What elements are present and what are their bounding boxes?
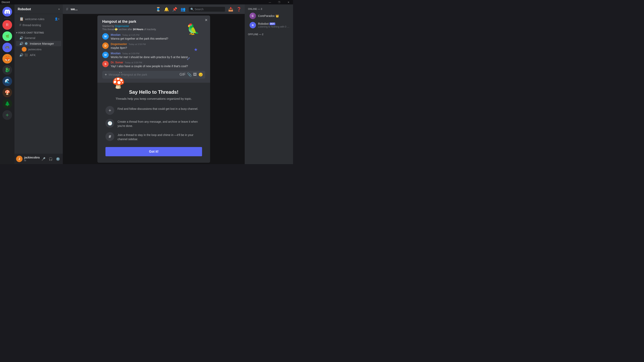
feature-row-3: # Join a thread to stay in the loop and … [106,132,202,141]
modal-overlay: ✦ ★ ⤢ 🦜 🍄 • • ✕ Hangout at the park Star… [63,14,245,164]
maximize-button[interactable]: ❐ [274,0,284,4]
category-voice-chat-testing[interactable]: ▾ VOICE CHAT TESTING [14,28,63,35]
add-member-icon[interactable]: 👤+ [54,17,60,20]
channel-welcome-rules-label: welcome-rules [25,17,44,21]
offline-header: OFFLINE — 2 [245,30,293,37]
user-info: jackiecobra hi [24,156,39,162]
member-robobot-avatar: R [250,22,256,28]
msg2-avatar: D [102,42,109,49]
voice-member-name: jackiecobra [28,48,42,51]
server-r[interactable]: R [2,20,12,30]
channel-instance-manager[interactable]: 🔊 ⚙️ Instance Manager [16,41,61,46]
member-robobot-name: Robobot [258,22,269,25]
channel-afk[interactable]: 🔊 ⬛ AFK [16,52,61,58]
channel-instance-manager-label: Instance Manager [30,42,54,45]
emoji-gif-icon[interactable]: GIF [180,72,186,77]
user-controls: 🎤 🎧 ⚙️ [40,156,61,162]
attach-file-icon[interactable]: 📎 [187,72,192,77]
voice-icon-afk: 🔊 [19,53,23,57]
server-menu-chevron[interactable]: ▾ [58,8,60,11]
msg4-avatar: S [102,61,109,67]
thread-input-icons: GIF 📎 🖼 😊 [180,72,203,77]
member-coreparadox[interactable]: C CoreParadox 👑 [246,11,292,20]
user-status-label: hi [24,159,39,162]
online-header: ONLINE — 3 [245,4,293,11]
search-bar[interactable]: 🔍 Search [189,7,225,12]
server-4-avatar[interactable]: 🦊 [2,54,12,63]
thread-input-plus-icon[interactable]: + [105,72,107,77]
top-bar-channel-name: we... [71,7,78,11]
settings-button[interactable]: ⚙️ [55,156,61,162]
window-controls: — ❐ ✕ [265,0,293,4]
member-robobot-name-row: Robobot BOT [258,22,290,25]
msg2-header: Dogemaster Today at 3:59 PM [111,42,205,46]
feature-text-2: Create a thread from any message, and ar… [118,119,202,128]
server-6-avatar[interactable]: 🌊 [2,76,12,86]
add-server-btn[interactable]: + [2,110,12,120]
inbox-icon[interactable]: 📥 [228,7,233,12]
minimize-button[interactable]: — [265,0,274,4]
star-decoration: ★ [194,47,198,52]
mute-button[interactable]: 🎤 [40,156,47,162]
server-list: R 🌿 🎮 🦊 🐉 🌊 🍄 🌲 + [0,4,14,164]
app-title: Discord [0,1,10,3]
image-icon[interactable]: 🖼 [193,72,197,77]
expand-decoration: ⤢ [186,56,190,61]
server-7-avatar[interactable]: 🍄 [2,88,12,97]
server-discord-home[interactable] [2,7,12,16]
channel-thread-testing-label: thread-testing [22,23,41,27]
server-list-divider [4,18,10,18]
msg2-content: Dogemaster Today at 3:59 PM maybe 8pm? [111,42,205,50]
member-robobot[interactable]: R Robobot BOT Listening to Nothing with … [246,21,292,29]
thread-close-button[interactable]: ✕ [205,18,208,22]
channel-sidebar: Robobot ▾ 📋 welcome-rules 👤+ # thread-te… [14,4,63,164]
msg1-text: Wanna get together at the park this week… [111,37,205,41]
thread-message-4: S Dr. Sonar Today at 3:59 PM Yay! I also… [102,61,205,68]
top-bar: # we... 🧵 🔔 📌 👥 🔍 Search 📥 ❓ [63,4,245,14]
msg4-name: Dr. Sonar [111,61,123,64]
close-button[interactable]: ✕ [284,0,293,4]
got-it-button[interactable]: Got it! [106,147,202,156]
threads-intro-panel: Say Hello to Threads! Threads help you k… [98,83,210,163]
user-avatar: J [16,156,22,162]
search-icon: 🔍 [190,8,194,11]
msg3-avatar: M [102,52,109,58]
member-coreparadox-name-row: CoreParadox 👑 [258,14,290,17]
channel-welcome-rules[interactable]: 📋 welcome-rules 👤+ [16,16,61,22]
server-3[interactable]: 🎮 [2,43,12,52]
server-8-avatar[interactable]: 🌲 [2,99,12,109]
member-coreparadox-name: CoreParadox [258,14,275,17]
dots-decoration: • • [119,71,122,74]
voice-member-jackiecobra: jackiecobra [14,46,63,52]
voice-icon-instance: 🔊 [19,42,23,45]
member-robobot-status: Listening to Nothing with 0 pe... [258,25,290,28]
pin-icon[interactable]: 📌 [172,7,177,12]
channel-thread-testing[interactable]: # thread-testing [16,22,61,28]
msg3-name: Moolan [111,52,120,55]
feature-row-2: 🕐 Create a thread from any message, and … [106,119,202,128]
category-chevron: ▾ [16,31,17,34]
msg2-name: Dogemaster [111,42,127,46]
thread-icon[interactable]: 🧵 [156,7,161,12]
msg3-content: Moolan Today at 3:59 PM Works for me! I … [111,52,205,59]
members-icon[interactable]: 👥 [180,7,186,12]
msg4-time: Today at 3:59 PM [125,61,142,64]
server-2[interactable]: 🌿 [2,31,12,41]
voice-member-avatar [22,47,26,52]
emoji-picker-icon[interactable]: 😊 [198,72,203,77]
notification-bell-icon[interactable]: 🔔 [164,7,169,12]
instance-manager-prefix: ⚙️ [24,42,28,45]
feature-text-3: Join a thread to stay in the loop and ch… [118,132,202,141]
channel-general-voice[interactable]: 🔊 General [16,35,61,41]
help-icon[interactable]: ❓ [236,7,242,12]
feature-text-1: Find and follow discussions that could g… [118,106,202,111]
deafen-button[interactable]: 🎧 [48,156,54,162]
feature-icon-3: # [106,132,114,141]
channel-afk-label: AFK [30,53,36,57]
server-5-avatar[interactable]: 🐉 [2,65,12,75]
thread-message-2: D Dogemaster Today at 3:59 PM maybe 8pm? [102,42,205,50]
msg3-time: Today at 3:59 PM [122,52,140,55]
msg3-text: Works for me! I should be done with prac… [111,55,205,59]
server-name-header[interactable]: Robobot ▾ [14,4,63,14]
archive-time: 24 Hours [133,28,143,31]
